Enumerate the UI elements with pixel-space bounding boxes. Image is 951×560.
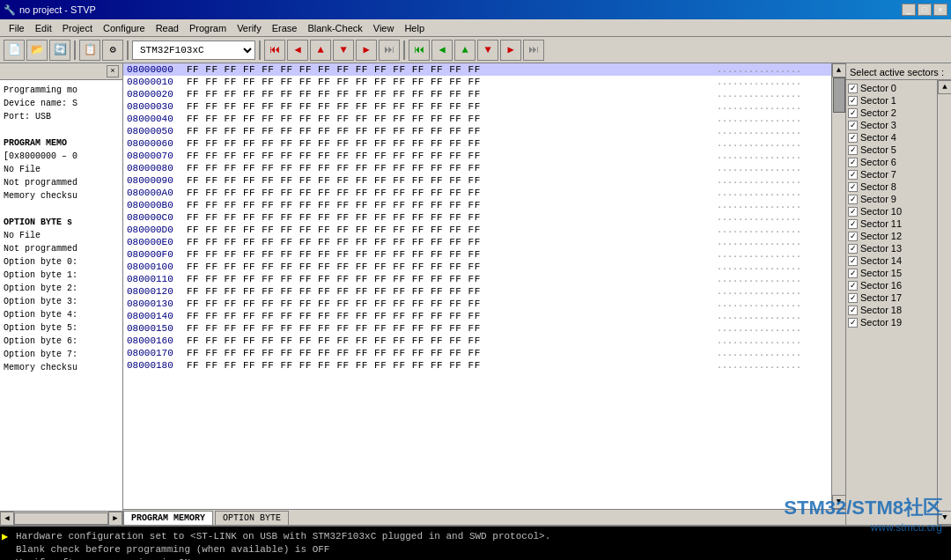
sector-item[interactable]: ✓ Sector 19 bbox=[848, 316, 935, 328]
sector-item[interactable]: ✓ Sector 17 bbox=[848, 291, 935, 304]
menu-edit[interactable]: Edit bbox=[30, 21, 57, 35]
sector-checkbox[interactable]: ✓ bbox=[848, 182, 858, 192]
sector-item[interactable]: ✓ Sector 15 bbox=[848, 267, 935, 279]
sector-checkbox[interactable]: ✓ bbox=[848, 219, 858, 229]
sector-item[interactable]: ✓ Sector 6 bbox=[848, 156, 935, 168]
sector-checkbox[interactable]: ✓ bbox=[848, 96, 858, 106]
sector-scroll-up[interactable]: ▲ bbox=[938, 80, 951, 94]
sector-checkbox[interactable]: ✓ bbox=[848, 244, 858, 254]
sector-item[interactable]: ✓ Sector 0 bbox=[848, 82, 935, 94]
left-scroll-right[interactable]: ▶ bbox=[108, 512, 122, 526]
settings-button[interactable]: ⚙ bbox=[102, 40, 123, 61]
open-button[interactable]: 📂 bbox=[26, 40, 48, 61]
sector-item[interactable]: ✓ Sector 1 bbox=[848, 94, 935, 107]
sector-item[interactable]: ✓ Sector 5 bbox=[848, 144, 935, 156]
maximize-button[interactable]: □ bbox=[918, 4, 932, 16]
hex-addr: 08000040 bbox=[123, 114, 187, 124]
sector-checkbox[interactable]: ✓ bbox=[848, 84, 858, 93]
sector-item[interactable]: ✓ Sector 12 bbox=[848, 230, 935, 242]
prog-red-button[interactable]: ▼ bbox=[477, 40, 498, 61]
hex-addr: 080000E0 bbox=[123, 237, 187, 247]
sector-checkbox[interactable]: ✓ bbox=[848, 256, 858, 266]
hex-bytes: FF FF FF FF FF FF FF FF FF FF FF FF FF F… bbox=[187, 64, 717, 75]
sector-item[interactable]: ✓ Sector 7 bbox=[848, 168, 935, 181]
sector-checkbox[interactable]: ✓ bbox=[848, 195, 858, 204]
nav-down-button[interactable]: ▼ bbox=[333, 40, 354, 61]
nav-prev-button[interactable]: ◀ bbox=[287, 40, 308, 61]
prog-prev-button[interactable]: ◀ bbox=[431, 40, 453, 61]
log-line: Hardware configuration set to <ST-LINK o… bbox=[16, 530, 947, 543]
menu-configure[interactable]: Configure bbox=[98, 21, 151, 35]
sector-item[interactable]: ✓ Sector 14 bbox=[848, 254, 935, 267]
new-button[interactable]: 📄 bbox=[4, 40, 25, 61]
nav-up-button[interactable]: ▲ bbox=[310, 40, 331, 61]
menu-project[interactable]: Project bbox=[57, 21, 98, 35]
left-scrollbar[interactable]: ◀ ▶ bbox=[0, 511, 122, 525]
sector-scrollbar[interactable]: ▲ ▼ bbox=[937, 80, 951, 525]
sector-label: Sector 17 bbox=[860, 292, 902, 303]
hex-ascii: ................ bbox=[717, 176, 831, 186]
hex-scrollbar[interactable]: ▲ ▼ bbox=[831, 63, 845, 509]
menu-file[interactable]: File bbox=[4, 21, 30, 35]
nav-next-button[interactable]: ▶ bbox=[356, 40, 377, 61]
menu-blankcheck[interactable]: Blank-Check bbox=[302, 21, 367, 35]
hex-row: 08000180 FF FF FF FF FF FF FF FF FF FF F… bbox=[123, 359, 831, 372]
sector-checkbox[interactable]: ✓ bbox=[848, 281, 858, 291]
hex-ascii: ................ bbox=[717, 324, 831, 334]
hex-scroll-thumb[interactable] bbox=[833, 77, 845, 113]
left-line-9: Option byte 0: bbox=[4, 255, 119, 269]
tab-program-memory[interactable]: PROGRAM MEMORY bbox=[123, 511, 213, 525]
menu-bar: File Edit Project Configure Read Program… bbox=[0, 19, 951, 37]
sector-checkbox[interactable]: ✓ bbox=[848, 232, 858, 241]
tab-option-byte[interactable]: OPTION BYTE bbox=[215, 511, 289, 525]
sector-item[interactable]: ✓ Sector 3 bbox=[848, 119, 935, 131]
prog-start-button[interactable]: ⏮ bbox=[409, 40, 430, 61]
minimize-button[interactable]: _ bbox=[902, 4, 916, 16]
hex-addr: 08000130 bbox=[123, 298, 187, 309]
sector-item[interactable]: ✓ Sector 8 bbox=[848, 181, 935, 193]
menu-read[interactable]: Read bbox=[151, 21, 184, 35]
menu-view[interactable]: View bbox=[368, 21, 400, 35]
sector-checkbox[interactable]: ✓ bbox=[848, 108, 858, 118]
nav-start-button[interactable]: ⏮ bbox=[264, 40, 285, 61]
sector-checkbox[interactable]: ✓ bbox=[848, 306, 858, 315]
sector-checkbox[interactable]: ✓ bbox=[848, 145, 858, 155]
sector-checkbox[interactable]: ✓ bbox=[848, 121, 858, 130]
hex-scroll-down[interactable]: ▼ bbox=[832, 495, 846, 509]
menu-program[interactable]: Program bbox=[184, 21, 232, 35]
sector-checkbox[interactable]: ✓ bbox=[848, 158, 858, 167]
hex-bytes: FF FF FF FF FF FF FF FF FF FF FF FF FF F… bbox=[187, 200, 717, 210]
sector-item[interactable]: ✓ Sector 4 bbox=[848, 131, 935, 144]
reload-button[interactable]: 🔄 bbox=[49, 40, 70, 61]
menu-help[interactable]: Help bbox=[399, 21, 430, 35]
left-scroll-left[interactable]: ◀ bbox=[0, 512, 14, 526]
sector-item[interactable]: ✓ Sector 18 bbox=[848, 304, 935, 316]
sector-item[interactable]: ✓ Sector 2 bbox=[848, 107, 935, 119]
sector-item[interactable]: ✓ Sector 10 bbox=[848, 205, 935, 217]
device-dropdown[interactable]: STM32F103xC bbox=[132, 41, 255, 60]
left-panel-close[interactable]: × bbox=[107, 65, 119, 77]
hex-bytes: FF FF FF FF FF FF FF FF FF FF FF FF FF F… bbox=[187, 151, 717, 161]
sector-checkbox[interactable]: ✓ bbox=[848, 133, 858, 143]
log-content: Hardware configuration set to <ST-LINK o… bbox=[16, 530, 947, 560]
sector-label: Sector 15 bbox=[860, 268, 902, 278]
sector-item[interactable]: ✓ Sector 11 bbox=[848, 217, 935, 230]
sector-checkbox[interactable]: ✓ bbox=[848, 207, 858, 217]
sector-item[interactable]: ✓ Sector 16 bbox=[848, 279, 935, 291]
hex-scroll-up[interactable]: ▲ bbox=[832, 63, 846, 77]
prog-end-button[interactable]: ⏭ bbox=[523, 40, 544, 61]
close-button[interactable]: × bbox=[933, 4, 947, 16]
nav-end-button[interactable]: ⏭ bbox=[379, 40, 400, 61]
sector-item[interactable]: ✓ Sector 9 bbox=[848, 193, 935, 205]
sector-checkbox[interactable]: ✓ bbox=[848, 170, 858, 180]
prog-up-button[interactable]: ▲ bbox=[454, 40, 476, 61]
sector-checkbox[interactable]: ✓ bbox=[848, 269, 858, 278]
sector-checkbox[interactable]: ✓ bbox=[848, 318, 858, 328]
menu-erase[interactable]: Erase bbox=[267, 21, 303, 35]
sector-item[interactable]: ✓ Sector 13 bbox=[848, 242, 935, 254]
prog-down-button[interactable]: ▶ bbox=[500, 40, 521, 61]
menu-verify[interactable]: Verify bbox=[232, 21, 267, 35]
sector-checkbox[interactable]: ✓ bbox=[848, 293, 858, 303]
copy-button[interactable]: 📋 bbox=[79, 40, 100, 61]
sector-scroll-down[interactable]: ▼ bbox=[938, 511, 951, 525]
